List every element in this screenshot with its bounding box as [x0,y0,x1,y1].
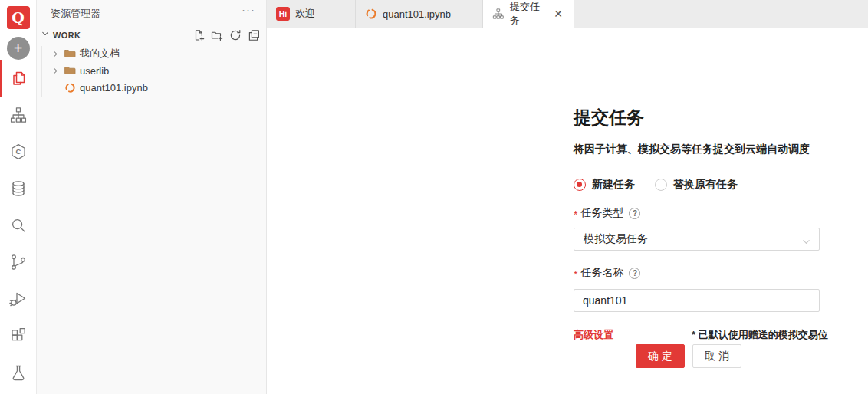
source-control-icon [9,253,28,271]
flask-icon [9,363,28,382]
tree-item-label: 我的文档 [80,47,120,61]
chevron-right-icon [51,49,64,59]
sidebar-item-pipeline[interactable] [0,97,36,133]
folder-icon [64,48,80,60]
close-icon[interactable]: ✕ [552,8,564,20]
app-logo[interactable]: Q [7,6,30,29]
task-name-label-row: * 任务名称 ? [574,266,640,280]
radio-selected-icon [574,179,586,191]
more-actions-icon[interactable]: ··· [242,3,255,16]
sidebar-item-data[interactable] [0,170,36,207]
new-plus-button[interactable]: + [7,37,30,60]
chevron-down-icon [802,236,810,248]
sidebar-item-search[interactable] [0,207,36,244]
hi-badge-icon: Hi [276,7,290,21]
file-tree: 我的文档 userlib quant101.ipynb [37,44,266,96]
tab-welcome[interactable]: Hi 欢迎 [267,0,356,28]
sidebar-item-source-control[interactable] [0,244,36,281]
sidebar-item-run-debug[interactable] [0,281,36,317]
app-logo-letter: Q [12,9,25,26]
required-asterisk: * [574,208,577,221]
advanced-settings-link[interactable]: 高级设置 [574,328,613,342]
help-icon[interactable]: ? [629,208,640,219]
tab-label: 提交任务 [510,0,541,28]
task-type-select[interactable]: 模拟交易任务 [574,228,820,251]
plus-icon: + [14,41,23,56]
tree-item-folder[interactable]: 我的文档 [37,45,266,62]
tab-bar-filler [574,0,868,28]
svg-text:C: C [15,147,21,156]
extensions-icon [9,327,28,345]
collapse-all-icon[interactable] [248,29,260,41]
radio-replace-task[interactable]: 替换原有任务 [655,178,738,192]
tab-notebook[interactable]: quant101.ipynb [356,0,483,28]
work-section-label: WORK [53,31,81,40]
task-name-label: 任务名称 [580,266,623,280]
confirm-button[interactable]: 确定 [636,344,685,368]
sitemap-icon [9,106,28,124]
task-mode-radio-group: 新建任务 替换原有任务 [574,178,758,192]
task-type-label: 任务类型 [580,206,623,220]
chevron-right-icon [51,66,64,76]
new-folder-icon[interactable] [211,29,223,41]
sidebar-item-experiments[interactable] [0,354,36,391]
form-subtitle: 将因子计算、模拟交易等任务提交到云端自动调度 [574,143,810,156]
radio-label: 替换原有任务 [673,178,738,192]
tab-label: 欢迎 [295,7,315,21]
work-section-actions [192,29,260,41]
notebook-icon [64,82,80,94]
tab-label: quant101.ipynb [383,8,451,20]
chevron-down-icon [40,28,51,42]
notebook-icon [365,8,377,20]
cancel-button[interactable]: 取消 [692,344,741,368]
sidebar-title: 资源管理器 [51,7,100,21]
page-title: 提交任务 [574,107,644,127]
work-section-header[interactable]: WORK [37,27,266,44]
task-type-value: 模拟交易任务 [584,232,648,246]
tab-submit-task[interactable]: 提交任务 ✕ [483,0,574,28]
editor-tab-bar: Hi 欢迎 quant101.ipynb 提交任务 ✕ [267,0,868,28]
radio-new-task[interactable]: 新建任务 [574,178,635,192]
app-window: Q + C [0,0,868,394]
radio-unselected-icon [655,179,667,191]
explorer-files-icon [9,69,28,87]
database-icon [9,179,28,198]
activity-bar: Q + C [0,0,37,394]
sitemap-icon [492,8,505,20]
required-asterisk: * [574,268,577,281]
hexagon-c-icon: C [9,143,28,161]
new-file-icon[interactable] [192,29,205,41]
folder-icon [64,64,80,77]
tree-item-label: userlib [80,65,109,77]
refresh-icon[interactable] [229,29,242,41]
tree-item-label: quant101.ipynb [80,82,148,94]
explorer-sidebar: 资源管理器 ··· WORK 我的文档 [37,0,267,394]
tree-item-notebook[interactable]: quant101.ipynb [37,79,266,96]
run-debug-icon [9,290,28,308]
radio-label: 新建任务 [592,178,635,192]
default-slot-note: * 已默认使用赠送的模拟交易位 [692,328,828,342]
sidebar-item-explorer[interactable] [0,60,36,97]
sidebar-header: 资源管理器 ··· [37,0,266,27]
sidebar-item-extensions[interactable] [0,317,36,354]
help-icon[interactable]: ? [629,268,640,279]
task-type-label-row: * 任务类型 ? [574,206,640,220]
sidebar-item-components[interactable]: C [0,133,36,170]
task-name-input[interactable] [574,289,820,312]
indent-guide [41,46,42,97]
search-icon [9,216,28,235]
tree-item-folder[interactable]: userlib [37,62,266,79]
